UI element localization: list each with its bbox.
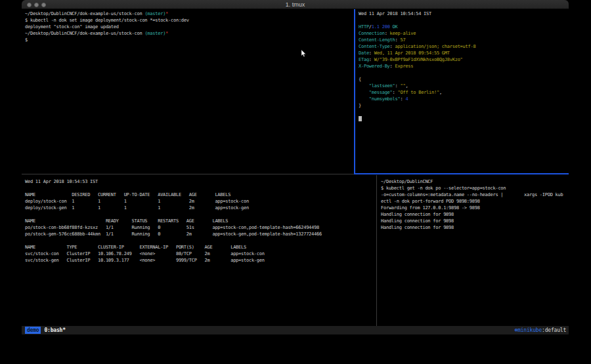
tmux-terminal: ~/Desktop/DublinCNCF/dok-example-us/stoc…: [22, 9, 569, 326]
terminal-line: [359, 70, 569, 76]
active-pane-border-vertical[interactable]: [354, 9, 355, 174]
pane-divider-vertical[interactable]: [376, 175, 377, 326]
session-name-badge[interactable]: demo: [25, 327, 41, 334]
terminal-line: [359, 109, 569, 115]
window-title: 1. tmux: [22, 0, 569, 9]
terminal-line: ETag: W/"39-0xBPf9aF1dXVNkhsxoBQgJ8vKzo": [359, 56, 569, 63]
terminal-line: $: [25, 37, 354, 43]
terminal-line: NAME DESIRED CURRENT UP-TO-DATE AVAILABL…: [25, 192, 376, 198]
terminal-line: $ kubectl get -n dok po --selector=app=s…: [381, 185, 569, 192]
status-left: demo 0:bash*: [25, 326, 66, 334]
terminal-line: Handling connection for 9898: [381, 224, 569, 231]
terminal-line: Date: Wed, 11 Apr 2018 09:54:55 GMT: [359, 50, 569, 56]
terminal-line: Handling connection for 9898: [381, 211, 569, 218]
text-cursor: [359, 116, 362, 121]
terminal-line: Wed 11 Apr 2018 10:54:54 IST: [359, 10, 569, 17]
pane-divider-horizontal[interactable]: [22, 174, 354, 174]
terminal-line: ~/Desktop/DublinCNCF/dok-example-us/stoc…: [25, 10, 354, 17]
kube-context: minikube: [517, 327, 542, 333]
terminal-line: deploy/stock-gen 1 1 1 1 2m app=stock-ge…: [25, 205, 376, 211]
terminal-line: [359, 17, 569, 24]
terminal-line: deploy/stock-con 1 1 1 1 2m app=stock-co…: [25, 198, 376, 205]
terminal-line: "numsymbols": 4: [359, 96, 569, 102]
screen: 1. tmux ~/Desktop/DublinCNCF/dok-example…: [0, 0, 591, 364]
terminal-line: Connection: keep-alive: [359, 30, 569, 37]
terminal-line: ectl -n dok port-forward POD 9898:9898: [381, 198, 569, 205]
terminal-line: NAME READY STATUS RESTARTS AGE LABELS: [25, 218, 376, 224]
terminal-line: svc/stock-gen ClusterIP 10.109.3.177 <no…: [25, 257, 376, 264]
terminal-line: [25, 211, 376, 218]
kube-namespace: :default: [542, 327, 566, 333]
terminal-line: HTTP/1.1 200 OK: [359, 24, 569, 30]
terminal-line: svc/stock-con ClusterIP 10.106.78.249 <n…: [25, 251, 376, 257]
terminal-line: Handling connection for 9898: [381, 218, 569, 224]
pane-top-right-http-response[interactable]: Wed 11 Apr 2018 10:54:54 IST HTTP/1.1 20…: [355, 9, 569, 173]
terminal-line: {: [359, 76, 569, 83]
window-titlebar[interactable]: 1. tmux: [22, 0, 569, 9]
terminal-line: po/stock-con-bb68f88fd-kzsxz 1/1 Running…: [25, 224, 376, 231]
terminal-line: ~/Desktop/DublinCNCF/dok-example-us/stoc…: [25, 30, 354, 37]
pane-top-left-shell[interactable]: ~/Desktop/DublinCNCF/dok-example-us/stoc…: [22, 9, 354, 173]
terminal-line: Content-Length: 57: [359, 37, 569, 43]
terminal-line: Wed 11 Apr 2018 10:54:53 IST: [25, 178, 376, 185]
terminal-window: 1. tmux ~/Desktop/DublinCNCF/dok-example…: [22, 0, 569, 336]
terminal-line: deployment "stock-con" image updated: [25, 24, 354, 30]
terminal-line: [25, 237, 376, 244]
terminal-line: po/stock-gen-576cc688bb-44kmn 1/1 Runnin…: [25, 231, 376, 237]
terminal-line: Forwarding from 127.0.0.1:9898 -> 9898: [381, 205, 569, 211]
terminal-line: $ kubectl -n dok set image deployment/st…: [25, 17, 354, 24]
terminal-line: "lastseen": "",: [359, 83, 569, 89]
terminal-line: [25, 185, 376, 192]
terminal-line: -o=custom-columns=:metadata.name --no-he…: [381, 192, 569, 198]
terminal-line: Content-Type: application/json; charset=…: [359, 43, 569, 50]
active-pane-border-horizontal[interactable]: [354, 173, 569, 174]
terminal-line: NAME TYPE CLUSTER-IP EXTERNAL-IP PORT(S)…: [25, 244, 376, 251]
pane-bottom-right-port-forward[interactable]: ~/Desktop/DublinCNCF$ kubectl get -n dok…: [378, 174, 569, 326]
terminal-line: X-Powered-By: Express: [359, 63, 569, 70]
terminal-line: "message": "Off to Berlin!",: [359, 89, 569, 96]
window-tab-bash[interactable]: 0:bash*: [44, 326, 65, 334]
mouse-cursor: [301, 50, 307, 57]
terminal-line: }: [359, 102, 569, 109]
pane-bottom-left-kubectl-watch[interactable]: Wed 11 Apr 2018 10:54:53 IST NAME DESIRE…: [22, 174, 376, 326]
tmux-status-bar: demo 0:bash* ⊛minikube:default: [22, 326, 569, 334]
terminal-line: [359, 115, 569, 122]
status-right: ⊛minikube:default: [515, 326, 567, 334]
terminal-line: ~/Desktop/DublinCNCF: [381, 178, 569, 185]
